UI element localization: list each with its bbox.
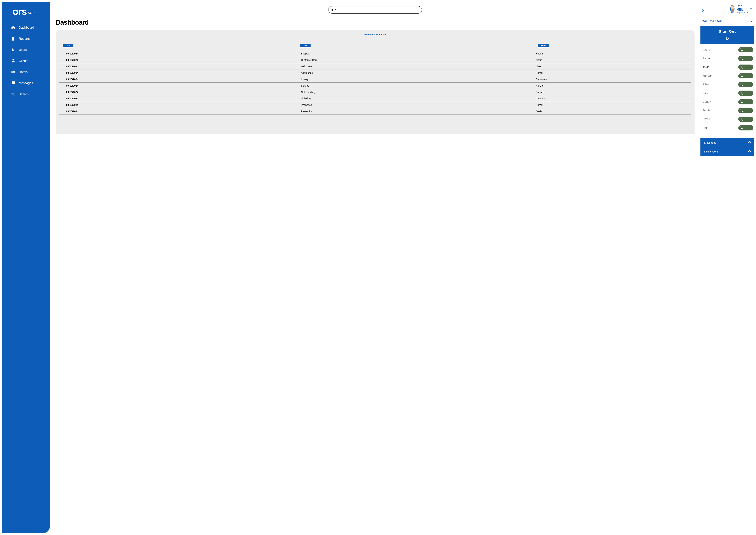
cell-hotel: Horizon [536, 84, 684, 87]
phone-icon [740, 48, 744, 52]
call-button[interactable] [738, 82, 753, 87]
agent-name: Casey [703, 100, 711, 103]
cell-date: 09/10/2024 [66, 103, 301, 106]
cell-date: 09/10/2024 [66, 84, 301, 87]
sidebar-item-label: Hotels [19, 70, 28, 74]
sidebar-item-label: Reports [19, 37, 30, 41]
agent-row: Alex [703, 91, 753, 96]
sign-out-icon [725, 36, 729, 40]
call-button[interactable] [738, 108, 753, 113]
chevron-down-icon [750, 19, 752, 23]
col-header-hotel[interactable]: Hotel [538, 44, 549, 47]
cell-hotel: Harbor [536, 71, 684, 74]
table-row[interactable]: 09/10/2024Customer CareOasis [59, 57, 691, 63]
call-button[interactable] [738, 117, 753, 122]
table-headers: Date Title Hotel [56, 44, 695, 50]
users-icon [11, 47, 15, 52]
cell-title: Call Handling [301, 91, 536, 94]
sidebar-item-hotels[interactable]: Hotels [11, 70, 50, 74]
cell-hotel: Vista [536, 65, 684, 68]
brand: ors crm [5, 7, 47, 19]
home-icon [11, 25, 15, 30]
call-button[interactable] [738, 56, 753, 61]
cell-title: Help Desk [301, 65, 536, 68]
sidebar-item-messages[interactable]: Messages [11, 81, 50, 86]
cell-title: Response [301, 103, 536, 106]
cell-title: Resolution [301, 110, 536, 113]
sign-out-button[interactable]: Sign Out [700, 26, 754, 44]
brand-name: ors [13, 7, 27, 16]
phone-icon [740, 83, 744, 86]
col-header-date[interactable]: Date [63, 44, 73, 47]
sidebar-item-dashboard[interactable]: Dashboard [11, 25, 50, 30]
profile-info: Dan Miller Supervisor [737, 4, 748, 14]
call-button[interactable] [738, 73, 753, 78]
table-row[interactable]: 09/10/2024SupportHaven [59, 50, 691, 57]
search-input[interactable] [328, 6, 422, 14]
panel-header: General Information [56, 32, 695, 38]
call-button[interactable] [738, 99, 753, 104]
sidebar-item-search[interactable]: Search [11, 92, 50, 97]
drawer-label: Messages [704, 141, 716, 144]
sidebar-item-users[interactable]: Users [11, 47, 50, 52]
sidebar-item-clients[interactable]: Clients [11, 58, 50, 63]
table-row[interactable]: 09/10/2024Help DeskVista [59, 63, 691, 70]
cell-title: Customer Care [301, 59, 536, 61]
agent-name: Morgan [703, 74, 712, 77]
cell-date: 09/10/2024 [66, 59, 301, 61]
sidebar-item-label: Search [19, 93, 29, 96]
drawer-notifications[interactable]: Notifications [700, 147, 754, 156]
info-table: Date Title Hotel 09/10/2024SupportHaven0… [56, 38, 695, 115]
client-icon [11, 58, 15, 63]
agent-row: Morgan [703, 73, 753, 78]
table-row[interactable]: 09/10/2024ServiceHorizon [59, 83, 691, 89]
sidebar-item-label: Dashboard [19, 26, 34, 30]
cell-hotel: Harbor [536, 103, 684, 106]
table-row[interactable]: 09/10/2024ResponseHarbor [59, 102, 691, 108]
cell-title: Inquiry [301, 78, 536, 81]
call-button[interactable] [738, 91, 753, 96]
cell-date: 09/10/2024 [66, 78, 301, 81]
agent-row: Avery [703, 47, 753, 52]
avatar [730, 5, 735, 13]
page-title: Dashboard [56, 19, 695, 26]
phone-icon [740, 109, 744, 112]
agent-name: Alex [703, 92, 708, 95]
cell-title: Assistance [301, 71, 536, 74]
col-header-title[interactable]: Title [300, 44, 310, 47]
agent-row: Jordan [703, 56, 753, 61]
table-row[interactable]: 09/10/2024InquirySanctuary [59, 76, 691, 83]
agent-row: Casey [703, 99, 753, 104]
phone-icon [740, 126, 744, 130]
chevron-right-icon [702, 7, 728, 11]
table-row[interactable]: 09/10/2024TicketingCascade [59, 96, 691, 102]
cell-title: Support [301, 52, 536, 55]
agent-name: Jordan [703, 57, 712, 60]
call-button[interactable] [738, 47, 753, 52]
cell-title: Ticketing [301, 97, 536, 100]
agent-name: Riley [703, 83, 709, 86]
call-center-toggle[interactable]: Call Center [700, 17, 754, 26]
table-row[interactable]: 09/10/2024Call HandlingSolstice [59, 89, 691, 96]
sidebar-item-reports[interactable]: Reports [11, 36, 50, 41]
call-button[interactable] [738, 65, 753, 70]
table-row[interactable]: 09/10/2024AssistanceHarbor [59, 70, 691, 76]
phone-icon [740, 74, 744, 78]
cell-date: 09/10/2024 [66, 110, 301, 113]
table-row[interactable]: 09/10/2024ResolutionOasis [59, 108, 691, 115]
cell-title: Service [301, 84, 536, 87]
profile-name: Dan Miller [737, 4, 748, 12]
profile-card[interactable]: Dan Miller Supervisor [700, 2, 754, 17]
sidebar-item-label: Messages [19, 81, 33, 85]
call-center-title: Call Center [702, 19, 722, 23]
call-button[interactable] [738, 125, 753, 130]
sidebar-item-label: Users [19, 48, 27, 52]
cell-date: 09/10/2024 [66, 65, 301, 68]
report-icon [11, 36, 15, 41]
chevron-up-icon [748, 141, 750, 144]
agent-name: David [703, 118, 710, 121]
chevron-up-icon[interactable] [750, 8, 752, 11]
agent-name: Rick [703, 126, 708, 129]
drawer-messages[interactable]: Messages [700, 138, 754, 147]
cell-hotel: Oasis [536, 59, 684, 61]
